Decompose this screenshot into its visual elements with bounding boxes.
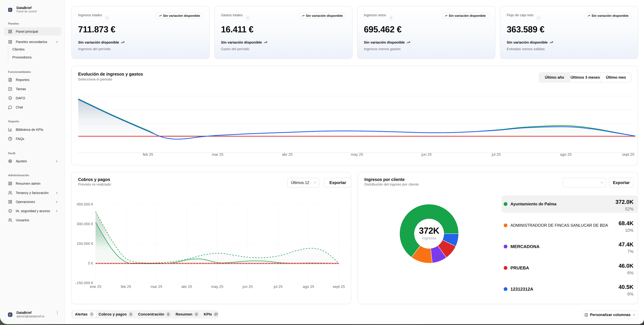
svg-text:372K: 372K xyxy=(419,226,440,236)
svg-text:mar 25: mar 25 xyxy=(151,284,162,289)
svg-text:Ingresos: Ingresos xyxy=(422,236,436,240)
svg-text:jun 25: jun 25 xyxy=(242,284,253,289)
svg-text:mar 25: mar 25 xyxy=(212,152,223,156)
svg-text:abr 25: abr 25 xyxy=(182,284,192,289)
svg-text:ago 25: ago 25 xyxy=(560,152,572,156)
svg-text:may 25: may 25 xyxy=(351,152,363,156)
svg-text:jul 25: jul 25 xyxy=(274,284,283,289)
svg-text:150.000 €: 150.000 € xyxy=(76,242,93,246)
svg-text:ago 25: ago 25 xyxy=(303,284,314,289)
svg-text:feb 25: feb 25 xyxy=(121,284,131,289)
svg-text:sept 25: sept 25 xyxy=(333,284,345,289)
svg-text:0 €: 0 € xyxy=(88,261,93,265)
svg-text:ene 25: ene 25 xyxy=(90,284,101,289)
svg-text:sept 25: sept 25 xyxy=(622,152,634,156)
svg-text:may 25: may 25 xyxy=(211,284,223,289)
svg-text:abr 25: abr 25 xyxy=(282,152,292,156)
svg-text:450.000 €: 450.000 € xyxy=(76,202,93,206)
svg-text:jun 25: jun 25 xyxy=(421,152,432,156)
svg-text:feb 25: feb 25 xyxy=(143,152,153,156)
svg-text:jul 25: jul 25 xyxy=(492,152,501,156)
svg-text:300.000 €: 300.000 € xyxy=(76,222,93,226)
